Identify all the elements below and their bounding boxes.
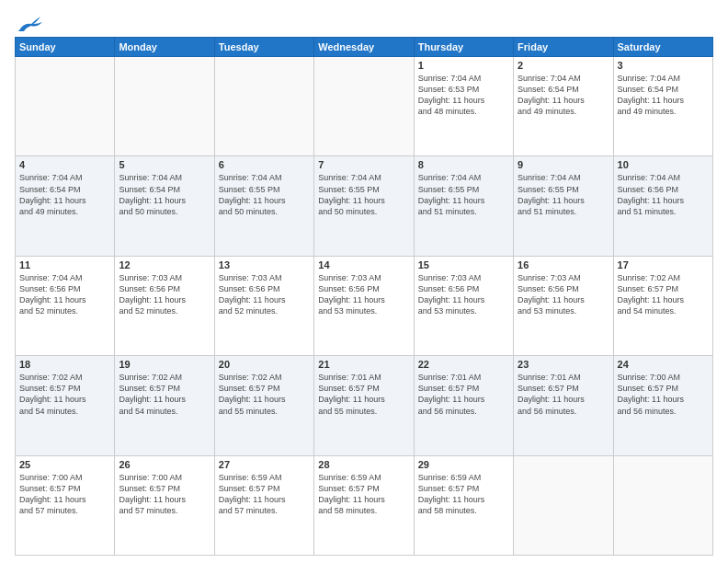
calendar-cell: 15Sunrise: 7:03 AMSunset: 6:56 PMDayligh…	[414, 256, 513, 355]
day-number: 21	[318, 359, 409, 370]
day-info: Sunrise: 7:03 AMSunset: 6:56 PMDaylight:…	[219, 272, 310, 317]
calendar-cell: 21Sunrise: 7:01 AMSunset: 6:57 PMDayligh…	[314, 356, 414, 455]
calendar-cell: 23Sunrise: 7:01 AMSunset: 6:57 PMDayligh…	[514, 356, 613, 455]
day-info: Sunrise: 7:02 AMSunset: 6:57 PMDaylight:…	[19, 372, 110, 417]
day-number: 4	[19, 159, 110, 170]
day-number: 28	[318, 459, 409, 470]
calendar-cell: 16Sunrise: 7:03 AMSunset: 6:56 PMDayligh…	[514, 256, 613, 355]
day-info: Sunrise: 7:01 AMSunset: 6:57 PMDaylight:…	[518, 372, 609, 417]
day-info: Sunrise: 7:04 AMSunset: 6:54 PMDaylight:…	[19, 172, 110, 217]
day-info: Sunrise: 7:03 AMSunset: 6:56 PMDaylight:…	[418, 272, 509, 317]
calendar-cell: 24Sunrise: 7:00 AMSunset: 6:57 PMDayligh…	[613, 356, 712, 455]
calendar-week-row: 4Sunrise: 7:04 AMSunset: 6:54 PMDaylight…	[16, 156, 713, 256]
day-number: 13	[219, 259, 310, 270]
calendar-week-row: 18Sunrise: 7:02 AMSunset: 6:57 PMDayligh…	[16, 356, 713, 455]
calendar-cell: 25Sunrise: 7:00 AMSunset: 6:57 PMDayligh…	[16, 455, 115, 555]
calendar-cell: 28Sunrise: 6:59 AMSunset: 6:57 PMDayligh…	[314, 455, 414, 555]
calendar-cell: 4Sunrise: 7:04 AMSunset: 6:54 PMDaylight…	[16, 156, 115, 256]
day-info: Sunrise: 7:00 AMSunset: 6:57 PMDaylight:…	[19, 472, 110, 517]
calendar-cell: 6Sunrise: 7:04 AMSunset: 6:55 PMDaylight…	[214, 156, 313, 256]
day-number: 2	[518, 60, 609, 71]
calendar-cell: 3Sunrise: 7:04 AMSunset: 6:54 PMDaylight…	[613, 57, 712, 156]
day-info: Sunrise: 7:04 AMSunset: 6:53 PMDaylight:…	[418, 73, 509, 118]
calendar-week-row: 11Sunrise: 7:04 AMSunset: 6:56 PMDayligh…	[16, 256, 713, 355]
day-number: 6	[219, 159, 310, 170]
calendar-cell	[214, 57, 313, 156]
day-info: Sunrise: 7:04 AMSunset: 6:55 PMDaylight:…	[219, 172, 310, 217]
calendar-cell: 9Sunrise: 7:04 AMSunset: 6:55 PMDaylight…	[514, 156, 613, 256]
day-number: 1	[418, 60, 509, 71]
day-number: 18	[19, 359, 110, 370]
day-info: Sunrise: 7:02 AMSunset: 6:57 PMDaylight:…	[618, 272, 709, 317]
day-info: Sunrise: 7:04 AMSunset: 6:54 PMDaylight:…	[518, 73, 609, 118]
day-info: Sunrise: 7:03 AMSunset: 6:56 PMDaylight:…	[518, 272, 609, 317]
calendar-cell: 2Sunrise: 7:04 AMSunset: 6:54 PMDaylight…	[514, 57, 613, 156]
calendar-cell: 10Sunrise: 7:04 AMSunset: 6:56 PMDayligh…	[613, 156, 712, 256]
calendar-cell: 1Sunrise: 7:04 AMSunset: 6:53 PMDaylight…	[414, 57, 513, 156]
day-info: Sunrise: 7:02 AMSunset: 6:57 PMDaylight:…	[119, 372, 210, 417]
day-info: Sunrise: 7:02 AMSunset: 6:57 PMDaylight:…	[219, 372, 310, 417]
calendar-cell: 20Sunrise: 7:02 AMSunset: 6:57 PMDayligh…	[214, 356, 313, 455]
calendar-table: SundayMondayTuesdayWednesdayThursdayFrid…	[15, 37, 713, 556]
day-number: 26	[119, 459, 210, 470]
day-info: Sunrise: 7:04 AMSunset: 6:56 PMDaylight:…	[618, 172, 709, 217]
weekday-header-wednesday: Wednesday	[314, 38, 414, 57]
day-number: 5	[119, 159, 210, 170]
calendar-cell	[314, 57, 414, 156]
day-number: 14	[318, 259, 409, 270]
day-number: 19	[119, 359, 210, 370]
weekday-header-thursday: Thursday	[414, 38, 513, 57]
weekday-header-sunday: Sunday	[16, 38, 115, 57]
day-number: 20	[219, 359, 310, 370]
day-info: Sunrise: 7:04 AMSunset: 6:54 PMDaylight:…	[119, 172, 210, 217]
day-number: 29	[418, 459, 509, 470]
calendar-cell	[514, 455, 613, 555]
day-info: Sunrise: 7:04 AMSunset: 6:55 PMDaylight:…	[318, 172, 409, 217]
day-info: Sunrise: 7:03 AMSunset: 6:56 PMDaylight:…	[318, 272, 409, 317]
day-info: Sunrise: 7:01 AMSunset: 6:57 PMDaylight:…	[318, 372, 409, 417]
day-info: Sunrise: 7:03 AMSunset: 6:56 PMDaylight:…	[119, 272, 210, 317]
calendar-cell: 22Sunrise: 7:01 AMSunset: 6:57 PMDayligh…	[414, 356, 513, 455]
calendar-cell: 11Sunrise: 7:04 AMSunset: 6:56 PMDayligh…	[16, 256, 115, 355]
day-number: 3	[618, 60, 709, 71]
calendar-cell: 17Sunrise: 7:02 AMSunset: 6:57 PMDayligh…	[613, 256, 712, 355]
logo-bird-icon	[17, 15, 42, 33]
calendar-cell: 27Sunrise: 6:59 AMSunset: 6:57 PMDayligh…	[214, 455, 313, 555]
day-number: 16	[518, 259, 609, 270]
day-info: Sunrise: 7:00 AMSunset: 6:57 PMDaylight:…	[119, 472, 210, 517]
day-info: Sunrise: 7:04 AMSunset: 6:54 PMDaylight:…	[618, 73, 709, 118]
day-info: Sunrise: 7:00 AMSunset: 6:57 PMDaylight:…	[618, 372, 709, 417]
day-number: 23	[518, 359, 609, 370]
calendar-cell: 26Sunrise: 7:00 AMSunset: 6:57 PMDayligh…	[115, 455, 214, 555]
calendar-cell: 5Sunrise: 7:04 AMSunset: 6:54 PMDaylight…	[115, 156, 214, 256]
day-info: Sunrise: 7:04 AMSunset: 6:56 PMDaylight:…	[19, 272, 110, 317]
day-number: 12	[119, 259, 210, 270]
calendar-cell: 8Sunrise: 7:04 AMSunset: 6:55 PMDaylight…	[414, 156, 513, 256]
day-info: Sunrise: 6:59 AMSunset: 6:57 PMDaylight:…	[318, 472, 409, 517]
calendar-cell: 13Sunrise: 7:03 AMSunset: 6:56 PMDayligh…	[214, 256, 313, 355]
day-number: 25	[19, 459, 110, 470]
day-number: 22	[418, 359, 509, 370]
day-info: Sunrise: 7:01 AMSunset: 6:57 PMDaylight:…	[418, 372, 509, 417]
day-info: Sunrise: 6:59 AMSunset: 6:57 PMDaylight:…	[418, 472, 509, 517]
day-number: 27	[219, 459, 310, 470]
header	[15, 15, 713, 29]
day-number: 8	[418, 159, 509, 170]
page: SundayMondayTuesdayWednesdayThursdayFrid…	[0, 0, 728, 563]
day-info: Sunrise: 7:04 AMSunset: 6:55 PMDaylight:…	[518, 172, 609, 217]
calendar-cell	[115, 57, 214, 156]
logo	[15, 15, 42, 29]
day-number: 10	[618, 159, 709, 170]
calendar-cell: 19Sunrise: 7:02 AMSunset: 6:57 PMDayligh…	[115, 356, 214, 455]
weekday-header-saturday: Saturday	[613, 38, 712, 57]
calendar-cell: 18Sunrise: 7:02 AMSunset: 6:57 PMDayligh…	[16, 356, 115, 455]
weekday-header-friday: Friday	[514, 38, 613, 57]
calendar-cell: 14Sunrise: 7:03 AMSunset: 6:56 PMDayligh…	[314, 256, 414, 355]
day-number: 17	[618, 259, 709, 270]
day-info: Sunrise: 6:59 AMSunset: 6:57 PMDaylight:…	[219, 472, 310, 517]
day-number: 9	[518, 159, 609, 170]
calendar-cell	[16, 57, 115, 156]
calendar-cell: 7Sunrise: 7:04 AMSunset: 6:55 PMDaylight…	[314, 156, 414, 256]
calendar-cell	[613, 455, 712, 555]
day-number: 7	[318, 159, 409, 170]
